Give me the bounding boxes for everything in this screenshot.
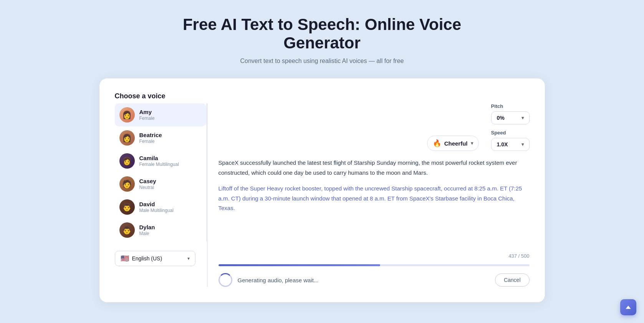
- voice-name-camila: Camila: [139, 155, 179, 161]
- voice-type-amy: Female: [139, 116, 155, 121]
- voice-item-amy[interactable]: 👩 Amy Female: [115, 103, 206, 126]
- spinner-icon: [219, 273, 232, 287]
- main-card: Choose a voice 👩 Amy Female 👩: [99, 78, 545, 302]
- voice-name-david: David: [139, 201, 174, 207]
- pitch-select[interactable]: 0% ▾: [491, 111, 530, 124]
- mood-label: Cheerful: [444, 140, 468, 147]
- voice-item-dylan[interactable]: 👨 Dylan Male: [115, 219, 206, 242]
- pitch-label: Pitch: [491, 103, 530, 109]
- pitch-chevron-icon: ▾: [521, 115, 524, 121]
- text-paragraph-1: SpaceX successfully launched the latest …: [219, 158, 530, 177]
- text-highlighted: Liftoff of the Super Heavy rocket booste…: [219, 185, 522, 211]
- voice-name-dylan: Dylan: [139, 224, 155, 230]
- voice-list: 👩 Amy Female 👩 Beatrice Female: [115, 103, 207, 242]
- chevron-down-icon: ▾: [187, 256, 190, 261]
- scroll-to-top-icon: [624, 303, 632, 311]
- voice-name-beatrice: Beatrice: [139, 132, 162, 138]
- scroll-to-top-button[interactable]: [620, 299, 636, 315]
- voice-name-casey: Casey: [139, 178, 156, 184]
- avatar-david: 👨: [119, 199, 135, 215]
- avatar-casey: 🧑: [119, 176, 135, 192]
- cancel-button[interactable]: Cancel: [495, 273, 530, 287]
- speed-label: Speed: [491, 130, 530, 136]
- char-count: 437 / 500: [219, 253, 530, 259]
- avatar-camila: 👩: [119, 153, 135, 169]
- text-area-wrapper[interactable]: SpaceX successfully launched the latest …: [219, 158, 530, 250]
- generating-text: Generating audio, please wait...: [238, 277, 490, 283]
- page-subtitle: Convert text to speech using realistic A…: [240, 58, 404, 65]
- speed-select[interactable]: 1.0X ▾: [491, 138, 530, 151]
- voice-type-casey: Neutral: [139, 185, 156, 190]
- mood-selector[interactable]: 🔥 Cheerful ▾: [427, 136, 479, 151]
- mood-icon: 🔥: [433, 139, 441, 147]
- avatar-beatrice: 👩: [119, 130, 135, 146]
- page-title: Free AI Text to Speech: Online Voice Gen…: [149, 15, 495, 52]
- avatar-amy: 👩: [119, 107, 135, 123]
- mood-chevron-icon: ▾: [471, 141, 473, 146]
- voice-panel: 👩 Amy Female 👩 Beatrice Female: [115, 103, 207, 266]
- content-area: 👩 Amy Female 👩 Beatrice Female: [115, 103, 530, 287]
- speed-chevron-icon: ▾: [521, 142, 524, 147]
- speed-control: Speed 1.0X ▾: [491, 130, 530, 151]
- flag-icon: 🇺🇸: [121, 254, 129, 263]
- pitch-value: 0%: [497, 115, 505, 121]
- voice-item-david[interactable]: 👨 David Male Multilingual: [115, 195, 206, 219]
- voice-type-dylan: Male: [139, 231, 155, 236]
- voice-item-casey[interactable]: 🧑 Casey Neutral: [115, 172, 206, 195]
- voice-type-david: Male Multilingual: [139, 208, 174, 213]
- generating-row: Generating audio, please wait... Cancel: [219, 273, 530, 287]
- text-paragraph-2: Liftoff of the Super Heavy rocket booste…: [219, 184, 530, 213]
- voice-item-beatrice[interactable]: 👩 Beatrice Female: [115, 126, 206, 149]
- voice-item-camila[interactable]: 👩 Camila Female Multilingual: [115, 149, 206, 172]
- speed-value: 1.0X: [497, 141, 508, 147]
- voice-type-camila: Female Multilingual: [139, 162, 179, 167]
- voice-name-amy: Amy: [139, 109, 155, 115]
- progress-bar-fill: [219, 264, 380, 266]
- voice-type-beatrice: Female: [139, 139, 162, 144]
- pitch-control: Pitch 0% ▾: [491, 103, 530, 124]
- text-panel: 🔥 Cheerful ▾ Pitch 0% ▾: [207, 103, 530, 287]
- language-label: English (US): [132, 255, 184, 262]
- avatar-dylan: 👨: [119, 222, 135, 238]
- voice-panel-title: Choose a voice: [115, 92, 530, 100]
- language-dropdown[interactable]: 🇺🇸 English (US) ▾: [115, 251, 195, 266]
- progress-bar: [219, 264, 530, 266]
